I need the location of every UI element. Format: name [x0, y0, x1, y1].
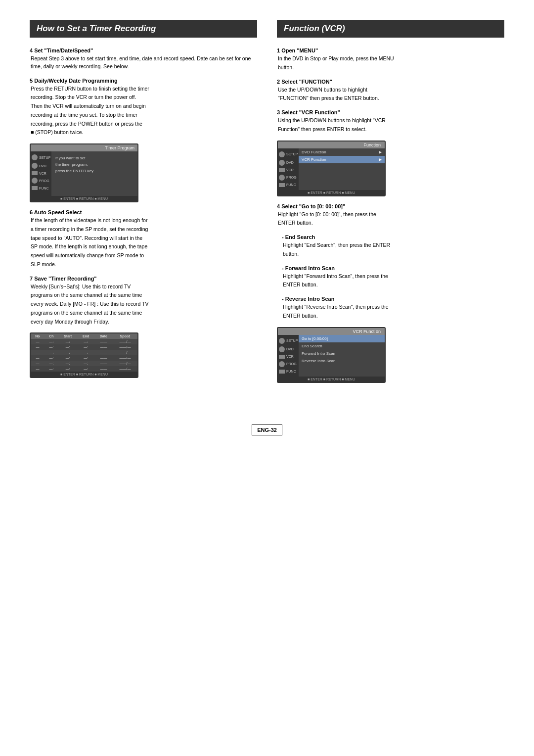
fs2-dvd: DVD — [279, 346, 298, 352]
step-4-body: Repeat Step 3 above to set start time, e… — [30, 55, 257, 71]
fs2-setup-icon — [279, 338, 285, 344]
step-r4-body: Highlight "Go to [0: 00: 00]", then pres… — [277, 211, 504, 228]
dvd-icon — [32, 163, 38, 169]
step-r1: 1 Open "MENU" In the DVD in Stop or Play… — [277, 47, 504, 72]
func-content-2: Go to [0:00:00] End Search Forward Intro… — [299, 335, 385, 377]
func-footer-2: ■ ENTER ■ RETURN ■ MENU — [278, 377, 385, 382]
table-footer: ■ ENTER ■ RETURN ■ MENU — [31, 372, 137, 377]
page-number-wrapper: ENG-32 — [30, 410, 504, 435]
fs1-setup-icon — [279, 151, 285, 157]
col-ch: Ch — [44, 333, 58, 339]
sidebar-vcr: VCR — [32, 171, 50, 175]
fs2-func-icon — [279, 370, 285, 374]
table-row: ——:—:—:————/— — [31, 366, 137, 372]
col-end: End — [78, 333, 94, 339]
func-row-reverse-intro: Reverse Intro Scan — [299, 357, 385, 365]
fs1-prog-icon — [279, 175, 285, 181]
left-section-title: How to Set a Timer Recording — [30, 20, 257, 38]
fs2-prog: PROG — [279, 361, 298, 367]
end-search-body: Highlight "End Search", then press the E… — [282, 241, 504, 258]
step-7-body: Weekly [Sun's~Sat's]: Use this to record… — [30, 283, 257, 326]
function-screen-2: VCR Funct on SETUP DVD VCR — [277, 327, 386, 383]
fs1-dvd-icon — [279, 160, 285, 166]
fs1-func-icon — [279, 183, 285, 187]
screen-content-1: If you want to set the timer program, pr… — [51, 151, 137, 196]
sidebar-setup: SETUP — [32, 154, 50, 160]
reverse-intro-title: - Reverse Intro Scan — [282, 296, 504, 302]
table-row: ——:—:—:————/— — [31, 355, 137, 361]
step-5: 5 Daily/Weekly Date Programming Press th… — [30, 78, 257, 137]
timer-program-screen: Timer Program SETUP DVD VCR — [30, 143, 138, 202]
func-icon — [32, 186, 38, 190]
sub-reverse-intro: - Reverse Intro Scan Highlight "Reverse … — [277, 296, 504, 320]
table-row: ——:—:—:————/— — [31, 344, 137, 350]
sidebar-func: FUNC — [32, 186, 50, 190]
step-r2-body: Use the UP/DOWN buttons to highlight "FU… — [277, 86, 504, 103]
step-6: 6 Auto Speed Select If the length of the… — [30, 209, 257, 269]
table-row: ——:—:—:————/— — [31, 350, 137, 355]
fs1-prog: PROG — [279, 175, 298, 181]
timer-table: No Ch Start End Date Speed ——:—:—:————/—… — [31, 333, 137, 372]
table-row: ——:—:—:————/— — [31, 339, 137, 344]
step-5-body: Press the RETURN button to finish settin… — [30, 85, 257, 137]
page-layout: How to Set a Timer Recording 4 Set "Time… — [30, 20, 504, 390]
prog-icon — [32, 178, 38, 184]
step-r3-body: Using the UP/DOWN buttons to highlight "… — [277, 117, 504, 134]
fs2-prog-icon — [279, 361, 285, 367]
fs1-setup: SETUP — [279, 151, 298, 157]
col-start: Start — [58, 333, 78, 339]
step-6-title: 6 Auto Speed Select — [30, 209, 257, 215]
right-column: Function (VCR) 1 Open "MENU" In the DVD … — [277, 20, 504, 390]
step-5-title: 5 Daily/Weekly Date Programming — [30, 78, 257, 84]
sidebar-prog: PROG — [32, 178, 50, 184]
fs1-vcr-icon — [279, 168, 285, 172]
func-sidebar-1: SETUP DVD VCR PROG — [278, 148, 299, 190]
func-sidebar-2: SETUP DVD VCR PROG — [278, 335, 299, 377]
table-row: ——:—:—:————/— — [31, 361, 137, 366]
step-r3: 3 Select "VCR Function" Using the UP/DOW… — [277, 109, 504, 134]
func-screen-body-2: SETUP DVD VCR PROG — [278, 335, 385, 377]
screen-body-1: SETUP DVD VCR PROG — [31, 151, 137, 196]
func-row-forward-intro: Forward Intro Scan — [299, 350, 385, 357]
function-screen-1: Function SETUP DVD VCR — [277, 141, 386, 196]
col-date: Date — [94, 333, 113, 339]
fs2-vcr: VCR — [279, 355, 298, 359]
fs2-vcr-icon — [279, 355, 285, 359]
func-row-vcr: VCR Function▶ — [299, 156, 385, 163]
fs1-func: FUNC — [279, 183, 298, 187]
col-no: No — [31, 333, 44, 339]
fs1-dvd: DVD — [279, 160, 298, 166]
page-number: ENG-32 — [252, 425, 282, 435]
step-r1-title: 1 Open "MENU" — [277, 47, 504, 53]
forward-intro-title: - Forward Intro Scan — [282, 265, 504, 271]
step-r3-title: 3 Select "VCR Function" — [277, 109, 504, 115]
step-r1-body: In the DVD in Stop or Play mode, press t… — [277, 55, 504, 72]
fs2-dvd-icon — [279, 346, 285, 352]
col-speed: Speed — [113, 333, 137, 339]
vcr-icon — [32, 171, 38, 175]
fs2-func: FUNC — [279, 370, 298, 374]
step-7: 7 Save "Timer Recording" Weekly [Sun's~S… — [30, 276, 257, 326]
fs1-vcr: VCR — [279, 168, 298, 172]
step-6-body: If the length of the videotape is not lo… — [30, 217, 257, 269]
end-search-title: - End Search — [282, 234, 504, 240]
func-screen-header-2: VCR Funct on — [278, 328, 385, 335]
func-screen-header-1: Function — [278, 142, 385, 148]
reverse-intro-body: Highlight "Reverse Intro Scan", then pre… — [282, 303, 504, 320]
sub-forward-intro: - Forward Intro Scan Highlight "Forward … — [277, 265, 504, 289]
forward-intro-body: Highlight "Forward Intro Scan", then pre… — [282, 273, 504, 289]
func-row-dvd: DVD Function▶ — [299, 148, 385, 156]
func-row-goto: Go to [0:00:00] — [299, 335, 385, 342]
step-r2: 2 Select "FUNCTION" Use the UP/DOWN butt… — [277, 79, 504, 103]
screen-footer-1: ■ ENTER ■ RETURN ■ MENU — [31, 196, 137, 201]
step-7-title: 7 Save "Timer Recording" — [30, 276, 257, 282]
step-4: 4 Set "Time/Date/Speed" Repeat Step 3 ab… — [30, 47, 257, 71]
sidebar-dvd: DVD — [32, 163, 50, 169]
right-section-title: Function (VCR) — [277, 20, 504, 38]
screen-header-1: Timer Program — [31, 144, 137, 151]
step-4-title: 4 Set "Time/Date/Speed" — [30, 47, 257, 53]
func-row-end-search: End Search — [299, 342, 385, 350]
fs2-setup: SETUP — [279, 338, 298, 344]
func-screen-body-1: SETUP DVD VCR PROG — [278, 148, 385, 190]
func-content-1: DVD Function▶ VCR Function▶ — [299, 148, 385, 190]
